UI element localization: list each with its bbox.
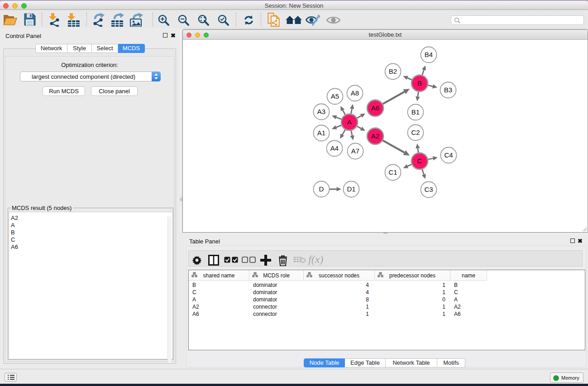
svg-text:C2: C2 — [411, 129, 420, 136]
svg-text:C3: C3 — [424, 186, 433, 193]
svg-text:A2: A2 — [371, 132, 379, 140]
svg-text:C1: C1 — [388, 168, 397, 176]
svg-text:C4: C4 — [444, 151, 453, 159]
svg-text:A3: A3 — [317, 108, 325, 115]
svg-text:A6: A6 — [371, 104, 379, 112]
svg-text:D1: D1 — [347, 185, 355, 193]
svg-text:A: A — [347, 118, 352, 126]
svg-text:A4: A4 — [330, 144, 339, 152]
svg-text:B3: B3 — [444, 86, 452, 94]
svg-text:D: D — [319, 185, 324, 193]
svg-text:B2: B2 — [389, 67, 397, 75]
svg-text:A5: A5 — [331, 92, 339, 100]
svg-text:B: B — [417, 79, 422, 87]
svg-text:B4: B4 — [425, 51, 433, 58]
svg-text:A8: A8 — [351, 89, 359, 97]
svg-text:A7: A7 — [351, 147, 359, 155]
svg-text:B1: B1 — [411, 108, 420, 116]
svg-text:C: C — [417, 157, 422, 165]
svg-text:A1: A1 — [317, 129, 325, 137]
